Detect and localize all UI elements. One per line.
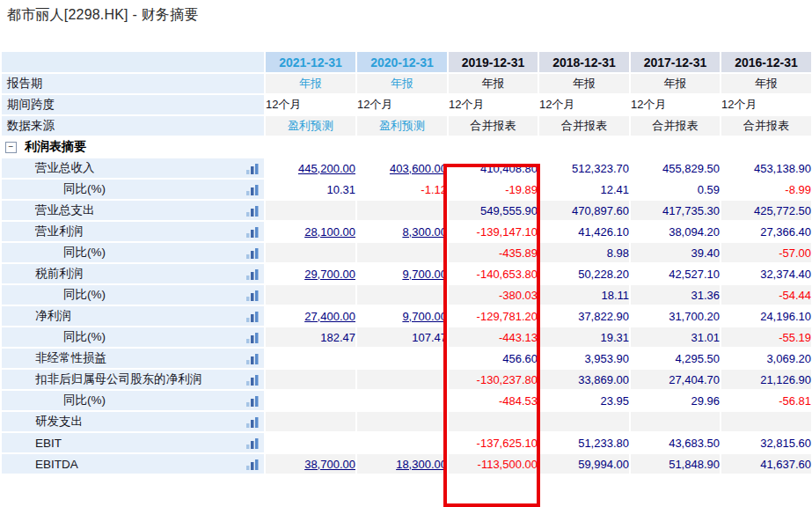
bar-chart-icon[interactable] bbox=[246, 374, 259, 386]
cell: 12个月 bbox=[630, 94, 721, 115]
value-link[interactable]: 403,600.00 bbox=[390, 162, 447, 175]
cell: 合并报表 bbox=[538, 115, 630, 136]
value-link[interactable]: 8,300.00 bbox=[402, 225, 447, 239]
cell: 38,700.00 bbox=[265, 453, 356, 474]
cell: 12个月 bbox=[265, 94, 356, 115]
bar-chart-icon[interactable] bbox=[246, 290, 259, 301]
row-label-cell: EBIT bbox=[1, 432, 265, 453]
cell-value: 41,637.60 bbox=[760, 458, 811, 471]
cell-value: 42,527.10 bbox=[669, 268, 720, 281]
value-link[interactable]: 38,700.00 bbox=[304, 458, 355, 471]
table-row: 净利润 27,400.009,700.00-129,781.2037,822.9… bbox=[1, 305, 812, 327]
column-header[interactable]: 2020-12-31 bbox=[356, 51, 448, 73]
column-header[interactable]: 2021-12-31 bbox=[265, 51, 356, 73]
row-label-cell: 研发支出 bbox=[1, 411, 265, 432]
cell bbox=[265, 390, 356, 411]
cell bbox=[265, 369, 356, 390]
cell-value: -55.19 bbox=[779, 331, 811, 344]
value-link[interactable]: 9,700.00 bbox=[402, 268, 447, 281]
bar-chart-icon[interactable] bbox=[246, 437, 259, 449]
bar-chart-icon[interactable] bbox=[246, 395, 259, 407]
value-link[interactable]: 28,100.00 bbox=[304, 225, 355, 239]
cell-value[interactable]: 盈利预测 bbox=[288, 119, 333, 132]
cell-value[interactable]: 年报 bbox=[299, 77, 322, 90]
bar-chart-icon[interactable] bbox=[246, 205, 259, 217]
cell: 年报 bbox=[356, 73, 448, 94]
cell bbox=[265, 242, 356, 263]
value-link[interactable]: 27,400.00 bbox=[304, 310, 355, 323]
cell-value: -140,653.80 bbox=[477, 268, 538, 281]
bar-chart-icon[interactable] bbox=[246, 311, 259, 322]
bar-chart-icon[interactable] bbox=[246, 268, 259, 280]
bar-chart-icon[interactable] bbox=[246, 247, 259, 259]
cell: 32,815.60 bbox=[721, 432, 812, 453]
cell bbox=[630, 136, 721, 158]
row-label-cell: EBITDA bbox=[1, 453, 265, 474]
value-link[interactable]: 9,700.00 bbox=[402, 310, 447, 323]
cell-value: 182.47 bbox=[320, 331, 355, 344]
cell: 455,829.50 bbox=[630, 158, 721, 179]
row-label: 数据来源 bbox=[2, 118, 55, 134]
row-label-cell: 同比(%) bbox=[1, 390, 265, 411]
financial-summary-page: 都市丽人[2298.HK] - 财务摘要 2021-12-312020-12-3… bbox=[0, 0, 812, 507]
cell-value: -435.89 bbox=[499, 246, 538, 260]
cell: 41,426.10 bbox=[538, 221, 630, 242]
cell-value: 32,374.40 bbox=[760, 268, 811, 281]
cell: 31,700.20 bbox=[630, 305, 721, 327]
cell: 425,772.50 bbox=[721, 200, 812, 221]
cell-value: 41,426.10 bbox=[578, 225, 629, 239]
cell: 12个月 bbox=[448, 94, 538, 115]
cell-value: 年报 bbox=[755, 77, 778, 90]
cell: 19.31 bbox=[538, 327, 630, 348]
cell bbox=[356, 390, 448, 411]
bar-chart-icon[interactable] bbox=[246, 416, 259, 428]
cell: 27,366.40 bbox=[721, 221, 812, 242]
cell-value: 425,772.50 bbox=[754, 204, 811, 217]
collapse-icon[interactable]: − bbox=[5, 142, 17, 153]
cell: 21,126.90 bbox=[721, 369, 812, 390]
cell-value: 年报 bbox=[664, 77, 687, 90]
cell: 41,637.60 bbox=[721, 453, 812, 474]
cell: 33,869.00 bbox=[538, 369, 630, 390]
row-label: 同比(%) bbox=[2, 181, 106, 197]
table-row: 扣非后归属母公司股东的净利润 -130,237.8033,869.0027,40… bbox=[1, 369, 812, 390]
cell-value: 29.96 bbox=[691, 394, 720, 408]
cell: 43,683.50 bbox=[630, 432, 721, 453]
bar-chart-icon[interactable] bbox=[246, 226, 259, 238]
cell: 24,196.10 bbox=[721, 305, 812, 327]
cell-value: 12个月 bbox=[631, 98, 666, 111]
cell-value[interactable]: 年报 bbox=[391, 77, 413, 90]
bar-chart-icon[interactable] bbox=[246, 163, 259, 174]
cell: 59,994.00 bbox=[538, 453, 630, 474]
cell: 29,700.00 bbox=[265, 263, 356, 284]
cell bbox=[538, 411, 630, 432]
row-label-cell: 营业利润 bbox=[1, 221, 265, 242]
bar-chart-icon[interactable] bbox=[246, 459, 259, 470]
value-link[interactable]: 18,300.00 bbox=[396, 458, 447, 471]
cell bbox=[721, 411, 812, 432]
cell: 年报 bbox=[448, 73, 538, 94]
cell-value: 12.41 bbox=[600, 183, 629, 196]
cell: -139,147.10 bbox=[448, 221, 538, 242]
cell-value: -129,781.20 bbox=[477, 310, 538, 323]
cell bbox=[356, 242, 448, 263]
cell: 42,527.10 bbox=[630, 263, 721, 284]
cell: 456.60 bbox=[448, 348, 538, 369]
bar-chart-icon[interactable] bbox=[246, 184, 259, 195]
cell-value: 51,233.80 bbox=[578, 437, 629, 450]
value-link[interactable]: 29,700.00 bbox=[304, 268, 355, 281]
value-link[interactable]: 445,200.00 bbox=[298, 162, 355, 175]
row-label: 利润表摘要 bbox=[21, 139, 86, 155]
row-label-cell: 税前利润 bbox=[1, 263, 265, 284]
cell: -1.12 bbox=[356, 179, 448, 200]
row-label: 营业总收入 bbox=[2, 160, 95, 176]
bar-chart-icon[interactable] bbox=[246, 353, 259, 364]
table-row: 研发支出 bbox=[1, 411, 812, 432]
cell bbox=[265, 348, 356, 369]
bar-chart-icon[interactable] bbox=[246, 332, 259, 343]
table-row: 税前利润 29,700.009,700.00-140,653.8050,228.… bbox=[1, 263, 812, 284]
cell-value[interactable]: 盈利预测 bbox=[379, 119, 425, 132]
cell: 50,228.20 bbox=[538, 263, 630, 284]
cell-value: 39.40 bbox=[691, 246, 720, 260]
cell-value: -484.53 bbox=[499, 394, 538, 408]
